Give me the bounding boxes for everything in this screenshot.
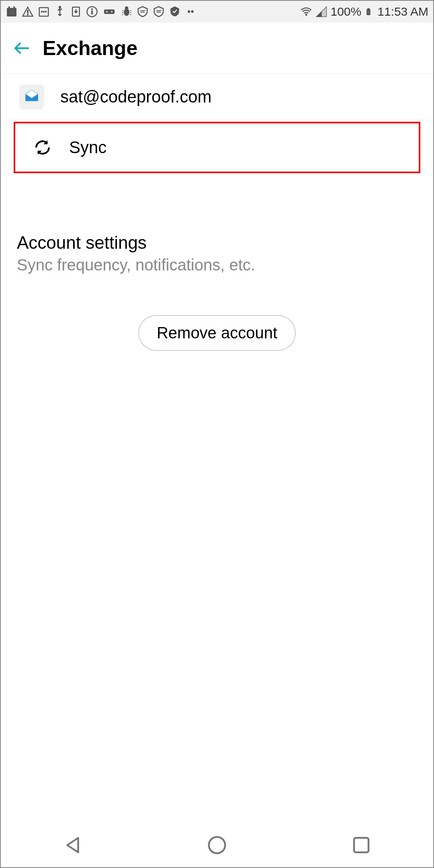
calendar-icon: 31 [6,6,18,18]
battery-icon [364,6,373,18]
info-icon [86,6,98,18]
check-shield-icon [169,6,181,18]
svg-point-19 [125,7,128,10]
svg-point-17 [111,11,113,13]
svg-rect-22 [368,8,369,10]
sync-icon [33,138,52,157]
svg-point-8 [43,11,44,12]
clock-time: 11:53 AM [377,5,428,18]
wifi-icon [300,6,312,18]
more-icon: •• [187,6,194,17]
nav-back-icon[interactable] [62,834,84,856]
svg-rect-14 [92,9,93,10]
voicemail-icon [102,6,117,18]
status-bar: 31 •• 100% 11:53 AM [1,1,433,23]
remove-account-button[interactable]: Remove account [138,315,296,351]
nav-home-icon[interactable] [206,834,228,856]
shield-icon [137,6,149,18]
app-header: Exchange [1,23,433,74]
page-title: Exchange [43,37,137,60]
svg-rect-13 [92,11,93,14]
warning-icon [22,6,34,18]
account-row[interactable]: sat@codeproof.com [3,74,431,120]
svg-point-7 [41,11,42,12]
date-icon [38,6,50,18]
download-icon [70,6,82,18]
signal-icon [315,6,328,18]
svg-point-23 [209,837,225,854]
account-settings-item[interactable]: Account settings Sync frequency, notific… [1,233,433,274]
status-right: 100% 11:53 AM [300,5,429,18]
shield-icon-2 [153,6,165,18]
bug-icon [121,6,133,18]
svg-point-10 [59,6,61,8]
svg-point-9 [45,11,46,12]
svg-text:31: 31 [9,10,14,15]
battery-percent: 100% [331,5,362,18]
svg-rect-4 [27,10,29,13]
usb-icon [54,6,66,18]
navigation-bar [1,823,433,867]
remove-account-wrap: Remove account [1,315,433,351]
status-left-icons: 31 •• [6,6,194,18]
settings-subtitle: Sync frequency, notifications, etc. [17,256,417,274]
svg-rect-2 [14,7,15,9]
svg-point-20 [305,14,307,16]
svg-rect-24 [354,838,368,852]
svg-rect-5 [27,14,29,15]
sync-row[interactable]: Sync [14,122,420,173]
settings-title: Account settings [17,233,417,253]
svg-rect-1 [9,7,10,9]
sync-label: Sync [69,138,106,157]
mail-icon [19,84,44,109]
nav-recent-icon[interactable] [350,834,372,856]
back-arrow-icon[interactable] [12,39,31,58]
svg-point-16 [106,11,108,13]
account-email: sat@codeproof.com [60,87,211,106]
